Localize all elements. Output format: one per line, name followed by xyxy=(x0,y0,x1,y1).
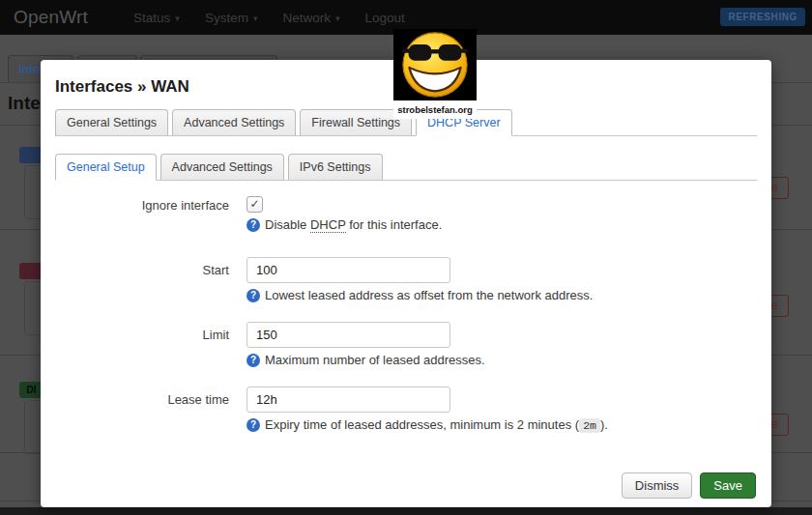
field-start: Start ? Lowest leased address as offset … xyxy=(55,257,771,302)
field-label: Start xyxy=(55,257,229,283)
nav-item-system: System▾ xyxy=(192,11,271,25)
field-label: Limit xyxy=(55,322,229,348)
help-icon: ? xyxy=(246,218,260,232)
field-help: ? Lowest leased address as offset from t… xyxy=(246,288,771,302)
dhcp-abbr[interactable]: DHCP xyxy=(310,217,346,233)
save-button[interactable]: Save xyxy=(700,472,756,499)
modal-actions: Dismiss Save xyxy=(622,472,756,499)
dhcp-general-form: Ignore interface ✓ ? Disable DHCP for th… xyxy=(55,196,771,432)
subtab-advanced-settings[interactable]: Advanced Settings xyxy=(160,154,284,181)
limit-input[interactable] xyxy=(246,322,450,348)
lease-time-input[interactable] xyxy=(246,386,450,413)
ignore-interface-checkbox[interactable]: ✓ xyxy=(246,196,263,213)
help-icon: ? xyxy=(246,289,260,302)
subtab-general-setup[interactable]: General Setup xyxy=(55,154,157,181)
subtab-ipv6-settings[interactable]: IPv6 Settings xyxy=(288,154,383,181)
nav-item-network: Network▾ xyxy=(270,11,352,25)
interfaces-wan-modal: Interfaces » WAN General Settings Advanc… xyxy=(41,60,771,507)
nav-item-status: Status▾ xyxy=(121,11,192,25)
code-chip: 2m xyxy=(579,418,600,433)
tab-advanced-settings[interactable]: Advanced Settings xyxy=(172,109,296,136)
checkmark-icon: ✓ xyxy=(249,197,259,211)
bottom-strip xyxy=(0,507,812,515)
help-icon: ? xyxy=(246,418,260,432)
screen: OpenWrt Status▾ System▾ Network▾ Logout … xyxy=(0,0,812,515)
field-label: Lease time xyxy=(55,386,229,413)
refreshing-badge: REFRESHING xyxy=(720,8,805,26)
field-help: ? Expiry time of leased addresses, minim… xyxy=(246,417,771,432)
dhcp-subtab-bar: General Setup Advanced Settings IPv6 Set… xyxy=(55,154,757,181)
help-icon: ? xyxy=(246,354,260,367)
dismiss-button[interactable]: Dismiss xyxy=(622,472,693,499)
field-limit: Limit ? Maximum number of leased address… xyxy=(55,322,771,367)
field-ignore-interface: Ignore interface ✓ ? Disable DHCP for th… xyxy=(55,196,771,232)
watermark-sticker: strobelstefan.org xyxy=(393,29,477,119)
nav-item-logout: Logout xyxy=(352,11,417,25)
start-input[interactable] xyxy=(246,257,450,283)
field-help: ? Maximum number of leased addresses. xyxy=(246,353,771,367)
chevron-down-icon: ▾ xyxy=(175,14,180,23)
sticker-caption: strobelstefan.org xyxy=(393,100,477,119)
field-label: Ignore interface xyxy=(55,196,229,213)
field-help: ? Disable DHCP for this interface. xyxy=(246,217,771,232)
field-lease-time: Lease time ? Expiry time of leased addre… xyxy=(55,386,771,432)
openwrt-brand: OpenWrt xyxy=(14,7,88,28)
chevron-down-icon: ▾ xyxy=(253,14,258,23)
chevron-down-icon: ▾ xyxy=(335,14,340,23)
smiley-sunglasses-image xyxy=(393,29,477,100)
tab-general-settings[interactable]: General Settings xyxy=(55,109,168,136)
smiley-sunglasses-icon xyxy=(400,30,470,100)
